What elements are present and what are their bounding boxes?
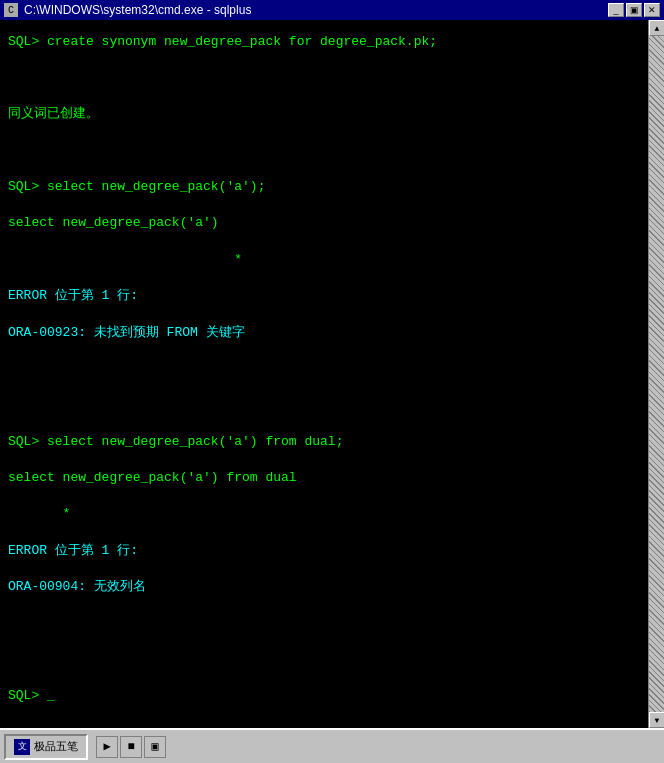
scroll-down-button[interactable]: ▼	[649, 712, 664, 728]
terminal-line: ORA-00904: 无效列名	[8, 578, 640, 596]
terminal-line: SQL> select new_degree_pack('a') from du…	[8, 433, 640, 451]
title-bar-left: C C:\WINDOWS\system32\cmd.exe - sqlplus	[4, 3, 251, 17]
taskbar-icon-1[interactable]: ▶	[96, 736, 118, 758]
terminal-line: SQL> create synonym new_degree_pack for …	[8, 33, 640, 51]
terminal-line: *	[8, 505, 640, 523]
terminal-line: select new_degree_pack('a') from dual	[8, 469, 640, 487]
terminal-line: 同义词已创建。	[8, 105, 640, 123]
taskbar-icon-2[interactable]: ■	[120, 736, 142, 758]
minimize-button[interactable]: _	[608, 3, 624, 17]
scrollbar[interactable]: ▲ ▼	[648, 20, 664, 728]
taskbar-label: 极品五笔	[34, 739, 78, 754]
terminal-line: select new_degree_pack('a')	[8, 214, 640, 232]
window: C C:\WINDOWS\system32\cmd.exe - sqlplus …	[0, 0, 664, 763]
terminal-line	[8, 360, 640, 378]
scroll-up-button[interactable]: ▲	[649, 20, 664, 36]
scroll-track	[649, 36, 664, 712]
close-button[interactable]: ✕	[644, 3, 660, 17]
terminal-line: *	[8, 251, 640, 269]
title-bar-text: C:\WINDOWS\system32\cmd.exe - sqlplus	[24, 3, 251, 17]
terminal-line	[8, 615, 640, 633]
content-area: 程序包主体已创建。 SQL> ed 已写入文件 afiedt.buf 1 cre…	[0, 20, 664, 728]
taskbar-icon-3[interactable]: ▣	[144, 736, 166, 758]
terminal-line: SQL> select new_degree_pack('a');	[8, 178, 640, 196]
window-icon: C	[4, 3, 18, 17]
taskbar: 文 极品五笔 ▶ ■ ▣	[0, 728, 664, 763]
terminal-line	[8, 69, 640, 87]
terminal-line	[8, 142, 640, 160]
title-bar: C C:\WINDOWS\system32\cmd.exe - sqlplus …	[0, 0, 664, 20]
terminal-line: ERROR 位于第 1 行:	[8, 542, 640, 560]
terminal[interactable]: 程序包主体已创建。 SQL> ed 已写入文件 afiedt.buf 1 cre…	[0, 20, 648, 728]
taskbar-app-icon: 文	[14, 739, 30, 755]
terminal-line: ORA-00923: 未找到预期 FROM 关键字	[8, 324, 640, 342]
terminal-line: SQL> _	[8, 687, 640, 705]
title-bar-buttons: _ ▣ ✕	[608, 3, 660, 17]
terminal-line	[8, 651, 640, 669]
restore-button[interactable]: ▣	[626, 3, 642, 17]
terminal-line: ERROR 位于第 1 行:	[8, 287, 640, 305]
taskbar-item[interactable]: 文 极品五笔	[4, 734, 88, 760]
terminal-line	[8, 396, 640, 414]
